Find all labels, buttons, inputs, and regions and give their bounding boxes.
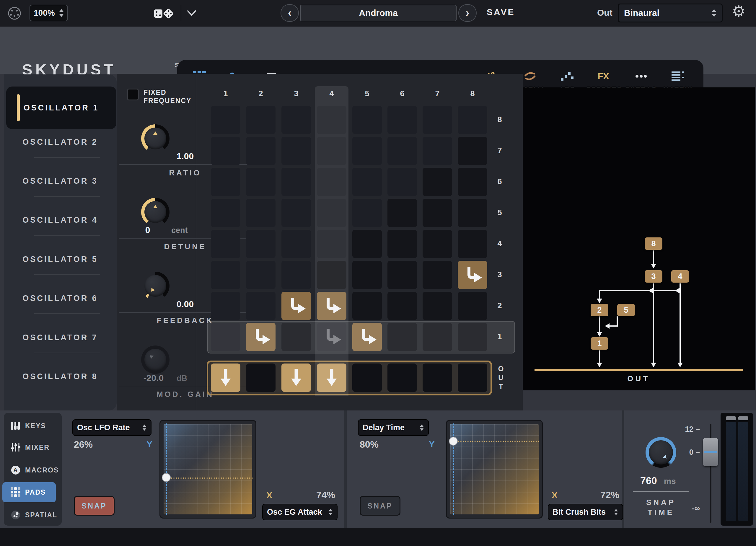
matrix-cell-r4-c8[interactable] (458, 230, 487, 258)
matrix-cell-r8-c4[interactable] (317, 106, 346, 134)
matrix-cell-r5-c6[interactable] (387, 199, 417, 227)
zoom-control[interactable]: 100% (30, 5, 68, 21)
mod-gain-knob[interactable] (141, 345, 170, 374)
matrix-out-cell-c1[interactable] (211, 364, 240, 392)
matrix-cell-r3-c5[interactable] (352, 261, 382, 289)
matrix-cell-r1-c4[interactable] (317, 323, 346, 351)
matrix-out-cell-c8[interactable] (458, 364, 487, 392)
graph-node-osc-1[interactable]: 1 (591, 337, 608, 350)
matrix-out-cell-c6[interactable] (387, 364, 417, 392)
pad1-y-param-select[interactable]: Osc LFO Rate (72, 419, 151, 436)
sidebar-item-oscillator-7[interactable]: OSCILLATOR 7 (4, 333, 117, 342)
dice-randomize-icon[interactable] (154, 6, 174, 20)
matrix-out-cell-c7[interactable] (423, 364, 452, 392)
matrix-out-cell-c5[interactable] (352, 364, 382, 392)
matrix-cell-r2-c5[interactable] (352, 292, 382, 320)
matrix-cell-r1-c1[interactable] (211, 323, 240, 351)
volume-slider-handle[interactable] (703, 438, 718, 466)
matrix-out-cell-c2[interactable] (246, 364, 276, 392)
graph-node-osc-8[interactable]: 8 (645, 237, 662, 250)
matrix-cell-r7-c1[interactable] (211, 137, 240, 165)
matrix-cell-r7-c2[interactable] (246, 137, 276, 165)
matrix-cell-r3-c6[interactable] (387, 261, 417, 289)
pad1-xy-surface[interactable] (159, 420, 256, 519)
sidebar-item-oscillator-3[interactable]: OSCILLATOR 3 (4, 177, 117, 186)
matrix-cell-r6-c7[interactable] (423, 168, 452, 196)
matrix-cell-r1-c8[interactable] (458, 323, 487, 351)
graph-node-osc-2[interactable]: 2 (591, 304, 608, 316)
matrix-cell-r5-c2[interactable] (246, 199, 276, 227)
graph-node-osc-5[interactable]: 5 (617, 304, 635, 316)
pad2-xy-surface[interactable] (446, 420, 543, 519)
matrix-cell-r5-c1[interactable] (211, 199, 240, 227)
matrix-out-cell-c3[interactable] (281, 364, 311, 392)
matrix-cell-r5-c3[interactable] (281, 199, 311, 227)
pad1-handle[interactable] (162, 473, 171, 482)
matrix-cell-r4-c3[interactable] (281, 230, 311, 258)
pad1-x-param-select[interactable]: Osc EG Attack (262, 504, 338, 520)
matrix-cell-r5-c7[interactable] (423, 199, 452, 227)
matrix-cell-r8-c5[interactable] (352, 106, 382, 134)
matrix-cell-r3-c2[interactable] (246, 261, 276, 289)
matrix-cell-r8-c1[interactable] (211, 106, 240, 134)
matrix-cell-r3-c7[interactable] (423, 261, 452, 289)
sidebar-item-oscillator-5[interactable]: OSCILLATOR 5 (4, 255, 117, 264)
matrix-cell-r6-c2[interactable] (246, 168, 276, 196)
sidebar-item-oscillator-6[interactable]: OSCILLATOR 6 (4, 294, 117, 303)
matrix-cell-r2-c1[interactable] (211, 292, 240, 320)
bottom-nav-pads[interactable]: PADS (4, 484, 62, 501)
matrix-cell-r2-c7[interactable] (423, 292, 452, 320)
matrix-cell-r5-c8[interactable] (458, 199, 487, 227)
pad2-handle[interactable] (449, 437, 458, 446)
sidebar-item-oscillator-2[interactable]: OSCILLATOR 2 (4, 138, 117, 147)
matrix-cell-r1-c2[interactable] (246, 323, 276, 351)
detune-knob[interactable] (141, 198, 170, 226)
save-button[interactable]: SAVE (487, 7, 515, 17)
matrix-cell-r6-c3[interactable] (281, 168, 311, 196)
matrix-cell-r3-c4[interactable] (317, 261, 346, 289)
bottom-nav-keys[interactable]: KEYS (4, 418, 62, 434)
matrix-cell-r3-c1[interactable] (211, 261, 240, 289)
matrix-cell-r7-c3[interactable] (281, 137, 311, 165)
matrix-cell-r8-c7[interactable] (423, 106, 452, 134)
matrix-cell-r5-c5[interactable] (352, 199, 382, 227)
pad2-x-param-select[interactable]: Bit Crush Bits (548, 504, 623, 520)
matrix-cell-r2-c6[interactable] (387, 292, 417, 320)
matrix-cell-r7-c6[interactable] (387, 137, 417, 165)
ratio-knob[interactable] (141, 124, 170, 153)
matrix-cell-r6-c4[interactable] (317, 168, 346, 196)
matrix-cell-r4-c5[interactable] (352, 230, 382, 258)
matrix-cell-r4-c4[interactable] (317, 230, 346, 258)
sidebar-item-oscillator-1[interactable]: OSCILLATOR 1 (6, 87, 116, 129)
matrix-cell-r7-c4[interactable] (317, 137, 346, 165)
matrix-cell-r7-c5[interactable] (352, 137, 382, 165)
matrix-cell-r4-c7[interactable] (423, 230, 452, 258)
matrix-cell-r2-c8[interactable] (458, 292, 487, 320)
matrix-cell-r8-c8[interactable] (458, 106, 487, 134)
preset-prev-button[interactable]: ‹ (281, 4, 299, 22)
preset-name-field[interactable]: Androma (300, 5, 457, 21)
bottom-nav-mixer[interactable]: MIXER (4, 439, 62, 456)
graph-node-osc-4[interactable]: 4 (671, 270, 689, 283)
matrix-cell-r7-c8[interactable] (458, 137, 487, 165)
bottom-nav-macros[interactable]: A MACROS (4, 462, 62, 478)
matrix-cell-r4-c6[interactable] (387, 230, 417, 258)
matrix-cell-r8-c3[interactable] (281, 106, 311, 134)
matrix-out-cell-c4[interactable] (317, 364, 346, 392)
matrix-cell-r7-c7[interactable] (423, 137, 452, 165)
sidebar-item-oscillator-8[interactable]: OSCILLATOR 8 (4, 372, 117, 381)
matrix-cell-r8-c2[interactable] (246, 106, 276, 134)
matrix-cell-r4-c2[interactable] (246, 230, 276, 258)
matrix-cell-r5-c4[interactable] (317, 199, 346, 227)
zoom-stepper[interactable] (59, 9, 64, 17)
matrix-cell-r2-c4[interactable] (317, 292, 346, 320)
preset-next-button[interactable]: › (458, 4, 477, 22)
settings-gear-icon[interactable]: ⚙ (732, 2, 746, 20)
feedback-knob[interactable] (141, 272, 170, 300)
matrix-cell-r8-c6[interactable] (387, 106, 417, 134)
matrix-cell-r2-c3[interactable] (281, 292, 311, 320)
pad1-snap-button[interactable]: SNAP (74, 496, 115, 516)
matrix-cell-r1-c7[interactable] (423, 323, 452, 351)
matrix-cell-r2-c2[interactable] (246, 292, 276, 320)
matrix-cell-r1-c3[interactable] (281, 323, 311, 351)
